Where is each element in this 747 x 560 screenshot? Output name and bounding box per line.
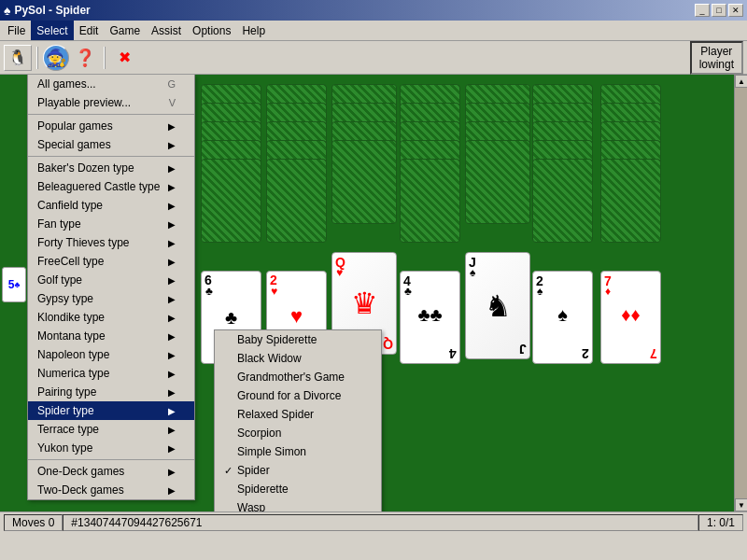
submenu-wasp[interactable]: Wasp [215,498,381,511]
menu-select[interactable]: Select [31,21,73,40]
corner-card: 5♣ [2,267,26,302]
menu-bakers-dozen[interactable]: Baker's Dozen type ▶ [28,159,194,177]
menu-help[interactable]: Help [236,21,271,40]
menu-popular-games[interactable]: Popular games ▶ [28,117,194,135]
submenu-spiderette[interactable]: Spiderette [215,480,381,498]
player-box: Player lowingt [690,41,743,75]
status-bar: Moves 0 #13407447094427625671 1: 0/1 [0,511,747,532]
submenu-black-widow[interactable]: Black Widow [215,349,381,368]
menu-numerica[interactable]: Numerica type ▶ [28,364,194,383]
menu-napoleon[interactable]: Napoleon type ▶ [28,345,194,364]
menu-options[interactable]: Options [187,21,236,40]
card-face: 7 ♦ ♦♦ 7 [600,271,661,364]
card-back [400,159,460,243]
linux-button[interactable]: 🐧 [4,45,32,71]
menu-golf[interactable]: Golf type ▶ [28,271,194,289]
menu-playable-preview[interactable]: Playable preview... V [28,93,194,112]
dropdown-container: All games... G Playable preview... V Pop… [27,75,195,500]
menu-freecell[interactable]: FreeCell type ▶ [28,252,194,271]
menu-separator [28,459,194,460]
help-button[interactable]: ❓ [71,45,99,71]
player-label: Player [699,45,734,58]
submenu-ground-for-divorce[interactable]: Ground for a Divorce [215,386,381,405]
menu-beleaguered-castle[interactable]: Beleaguered Castle type ▶ [28,177,194,196]
title-bar: ♠ PySol - Spider _ □ ✕ [0,0,747,21]
maximize-button[interactable]: □ [712,4,726,17]
menu-game[interactable]: Game [104,21,146,40]
spider-submenu: Baby Spiderette Black Widow Grandmother'… [214,329,382,511]
title-controls: _ □ ✕ [695,4,743,17]
menu-yukon[interactable]: Yukon type ▶ [28,439,194,457]
card-back [465,140,530,224]
menu-special-games[interactable]: Special games ▶ [28,135,194,154]
select-dropdown: All games... G Playable preview... V Pop… [27,75,195,500]
card-back [331,140,397,224]
player-name: lowingt [699,58,734,71]
submenu-simple-simon[interactable]: Simple Simon [215,442,381,461]
menu-forty-thieves[interactable]: Forty Thieves type ▶ [28,233,194,252]
menu-assist[interactable]: Assist [146,21,187,40]
menu-two-deck[interactable]: Two-Deck games ▶ [28,481,194,499]
card-face: 4 ♣ ♣♣ 4 [400,271,460,364]
menu-all-games[interactable]: All games... G [28,75,194,93]
status-score: 1: 0/1 [698,514,743,531]
card-back [532,159,593,243]
menu-montana[interactable]: Montana type ▶ [28,327,194,345]
submenu-relaxed-spider[interactable]: Relaxed Spider [215,405,381,424]
scroll-track [735,88,747,498]
status-moves: Moves 0 [4,514,63,531]
window-title: PySol - Spider [14,4,90,17]
toolbar: 🐧 🧙 ❓ ✖ Player lowingt [0,41,747,75]
card-face: 2 ♠ ♠ 2 [532,271,593,364]
menu-file[interactable]: File [2,21,31,40]
menu-terrace[interactable]: Terrace type ▶ [28,420,194,439]
menu-fan[interactable]: Fan type ▶ [28,215,194,233]
menu-one-deck[interactable]: One-Deck games ▶ [28,462,194,481]
wizard-button[interactable]: 🧙 [43,45,69,71]
submenu-scorpion[interactable]: Scorpion [215,424,381,442]
card-face: J ♠ ♞ J [465,252,530,359]
minimize-button[interactable]: _ [695,4,710,17]
toolbar-separator-1 [36,47,38,69]
menu-spider[interactable]: Spider type ▶ [28,401,194,420]
submenu-baby-spiderette[interactable]: Baby Spiderette [215,330,381,349]
card-back [600,159,661,243]
app-icon: ♠ [4,3,10,18]
close-button[interactable]: ✕ [728,4,743,17]
status-seed: #13407447094427625671 [63,514,698,531]
close-game-button[interactable]: ✖ [110,45,138,71]
submenu-grandmothers-game[interactable]: Grandmother's Game [215,368,381,386]
menu-separator [28,114,194,115]
menu-separator [28,156,194,157]
scrollbar[interactable]: ▲ ▼ [734,75,747,511]
scroll-up-button[interactable]: ▲ [735,75,747,88]
menu-klondike[interactable]: Klondike type ▶ [28,308,194,327]
menu-canfield[interactable]: Canfield type ▶ [28,196,194,215]
card-back [201,159,261,243]
scroll-down-button[interactable]: ▼ [735,498,747,511]
menu-pairing[interactable]: Pairing type ▶ [28,383,194,401]
menu-bar: File Select Edit Game Assist Options Hel… [0,21,747,41]
card-back [266,159,327,243]
submenu-spider[interactable]: ✓ Spider [215,461,381,480]
toolbar-separator-2 [104,47,106,69]
game-area: 5♣ 6 ♣ ♣ 6 ♣ 2 ♥ ♥ ♥ 2 Q ♥ ♛ Q 4 ♣ [0,75,747,511]
menu-edit[interactable]: Edit [74,21,105,40]
menu-gypsy[interactable]: Gypsy type ▶ [28,289,194,308]
